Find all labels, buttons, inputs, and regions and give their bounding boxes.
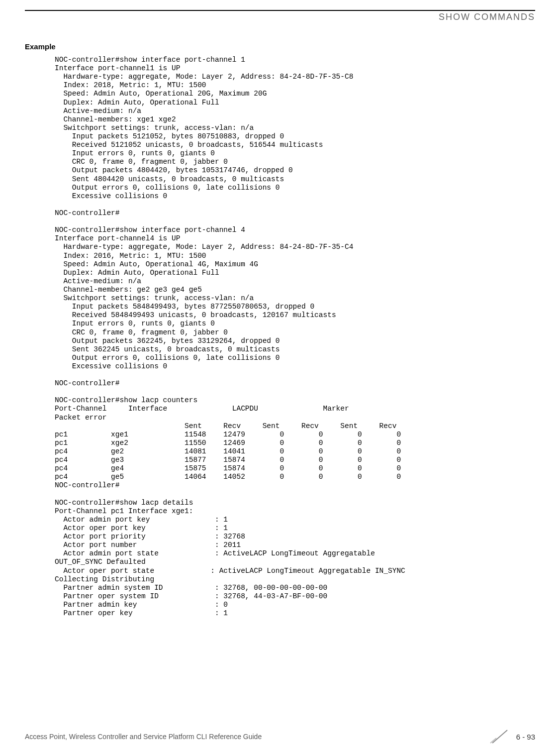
header-rule xyxy=(25,10,535,11)
section-header: SHOW COMMANDS xyxy=(25,12,535,22)
footer-guide-title: Access Point, Wireless Controller and Se… xyxy=(25,733,262,741)
cli-output-block: NOC-controller#show interface port-chann… xyxy=(55,56,535,618)
page-number: 6 - 93 xyxy=(516,733,535,741)
example-heading: Example xyxy=(25,42,535,51)
page-number-container: 6 - 93 xyxy=(487,729,535,744)
slash-divider-icon xyxy=(487,729,512,744)
page-footer: Access Point, Wireless Controller and Se… xyxy=(0,729,560,744)
svg-line-0 xyxy=(492,730,507,743)
